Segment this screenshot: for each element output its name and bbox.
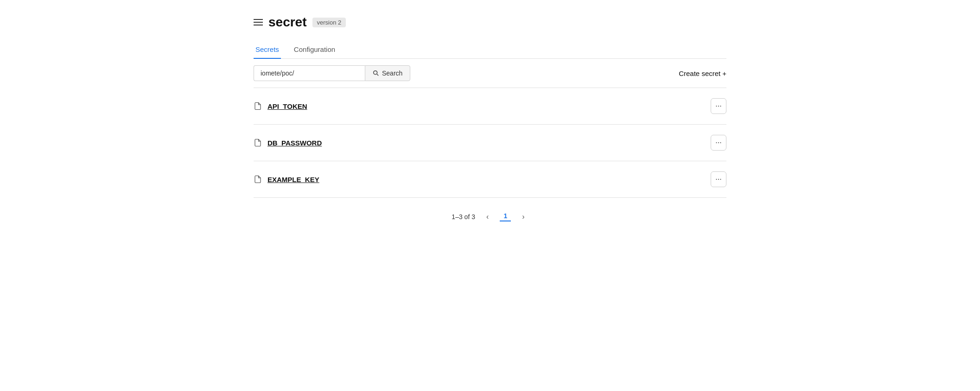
tab-configuration[interactable]: Configuration — [292, 41, 337, 59]
search-button-label: Search — [382, 69, 402, 77]
tab-bar: Secrets Configuration — [254, 41, 726, 59]
table-row: API_TOKEN ··· — [254, 88, 726, 125]
version-badge: version 2 — [312, 18, 346, 27]
pagination-next-button[interactable]: › — [518, 211, 528, 223]
toolbar: Search Create secret + — [254, 59, 726, 88]
file-icon — [254, 139, 262, 147]
svg-line-1 — [377, 74, 378, 76]
more-options-button[interactable]: ··· — [711, 135, 726, 151]
pagination-current-page[interactable]: 1 — [500, 212, 511, 221]
create-icon: + — [722, 69, 726, 77]
secret-name[interactable]: EXAMPLE_KEY — [267, 176, 319, 183]
svg-point-0 — [374, 71, 377, 75]
more-options-button[interactable]: ··· — [711, 98, 726, 114]
file-icon — [254, 175, 262, 183]
tab-secrets[interactable]: Secrets — [254, 41, 281, 59]
pagination: 1–3 of 3 ‹ 1 › — [254, 198, 726, 230]
secrets-list: API_TOKEN ··· DB_PASSWORD ··· EXAMPLE_KE… — [254, 88, 726, 198]
table-row: EXAMPLE_KEY ··· — [254, 161, 726, 198]
pagination-row: 1–3 of 3 ‹ 1 › — [452, 211, 528, 223]
secret-left: API_TOKEN — [254, 102, 307, 110]
secret-name[interactable]: API_TOKEN — [267, 102, 307, 110]
secret-left: DB_PASSWORD — [254, 139, 322, 147]
secret-name[interactable]: DB_PASSWORD — [267, 139, 322, 147]
search-button[interactable]: Search — [365, 65, 410, 81]
menu-icon[interactable] — [254, 19, 263, 25]
search-input[interactable] — [254, 65, 365, 81]
page-header: secret version 2 — [254, 15, 726, 30]
page-title: secret — [268, 15, 307, 30]
secret-left: EXAMPLE_KEY — [254, 175, 319, 183]
create-secret-label: Create secret — [679, 69, 720, 77]
table-row: DB_PASSWORD ··· — [254, 125, 726, 161]
pagination-prev-button[interactable]: ‹ — [483, 211, 492, 223]
file-icon — [254, 102, 262, 110]
search-area: Search — [254, 65, 410, 81]
pagination-info: 1–3 of 3 — [452, 213, 475, 221]
more-options-button[interactable]: ··· — [711, 171, 726, 187]
create-secret-button[interactable]: Create secret + — [679, 69, 726, 77]
search-icon — [373, 70, 379, 76]
